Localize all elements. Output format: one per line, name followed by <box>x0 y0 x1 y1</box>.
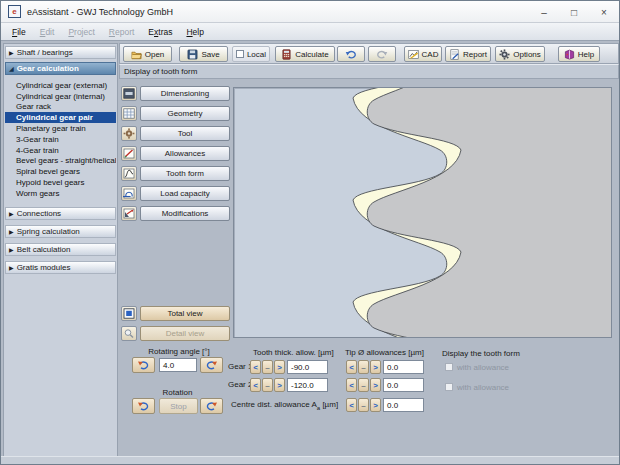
geometry-icon-button[interactable] <box>121 106 137 121</box>
menu-edit: Edit <box>33 25 62 39</box>
menu-file[interactable]: File <box>5 25 33 39</box>
sidebar-item-cylindrical-gear-external[interactable]: Cylindrical gear (external) <box>5 80 116 91</box>
load-capacity-button[interactable]: Load capacity <box>140 186 230 201</box>
tool-icon-button[interactable] <box>121 126 137 141</box>
menu-help[interactable]: Help <box>179 25 210 39</box>
sidebar-item-cylindrical-gear-internal[interactable]: Cylindrical gear (internal) <box>5 91 116 102</box>
modifications-button[interactable]: Modifications <box>140 206 230 221</box>
redo-button <box>368 46 396 62</box>
chevron-expanded-icon: ◢ <box>9 65 14 72</box>
modifications-icon-button[interactable] <box>121 206 137 221</box>
gear2-tip-decrement[interactable]: < <box>346 378 357 392</box>
tooth-form-canvas[interactable] <box>233 87 612 338</box>
chevron-right-icon: ▶ <box>9 264 14 271</box>
gear1-tip-reset[interactable]: – <box>358 360 369 374</box>
gear1-thick-increment[interactable]: > <box>274 360 285 374</box>
sidebar-header-gratis-modules[interactable]: ▶Gratis modules <box>5 261 116 274</box>
load-capacity-icon-button[interactable] <box>121 186 137 201</box>
local-checkbox[interactable] <box>236 50 244 58</box>
calculate-button[interactable]: Calculate <box>275 46 335 62</box>
open-button[interactable]: Open <box>123 46 172 62</box>
sidebar-item-bevel-gears[interactable]: Bevel gears - straight/helical <box>5 156 116 167</box>
save-button[interactable]: Save <box>179 46 228 62</box>
menu-bar: File Edit Project Report Extras Help <box>1 23 619 41</box>
rotation-label: Rotation <box>132 388 223 397</box>
maximize-button[interactable]: □ <box>559 1 589 23</box>
rotate-right-button[interactable] <box>200 357 223 373</box>
gear2-thick-increment[interactable]: > <box>274 378 285 392</box>
with-allowance-label-2: with allowance <box>457 383 509 392</box>
sidebar-item-planetary-gear-train[interactable]: Planetary gear train <box>5 123 116 134</box>
sidebar-item-hypoid-bevel-gears[interactable]: Hypoid bevel gears <box>5 177 116 188</box>
report-button[interactable]: Report <box>445 46 491 62</box>
cad-drawing-icon <box>408 49 419 60</box>
rotation-ccw-button[interactable] <box>132 398 155 414</box>
gear2-thick-decrement[interactable]: < <box>250 378 261 392</box>
local-checkbox-control[interactable]: Local <box>232 46 270 62</box>
gear2-thick-reset[interactable]: – <box>262 378 273 392</box>
sidebar-header-belt-calculation[interactable]: ▶Belt calculation <box>5 243 116 256</box>
rotate-ccw-icon <box>137 400 150 412</box>
total-view-icon-button[interactable] <box>121 306 137 321</box>
rotate-left-button[interactable] <box>132 357 155 373</box>
gear1-tip-input[interactable]: 0.0 <box>383 360 424 374</box>
sidebar-header-shaft-bearings[interactable]: ▶Shaft / bearings <box>5 46 116 59</box>
gear1-thick-decrement[interactable]: < <box>250 360 261 374</box>
tooth-form-icon-button[interactable] <box>121 166 137 181</box>
gear2-tooth-form-gray <box>367 88 611 337</box>
rotation-cw-button[interactable] <box>200 398 223 414</box>
chevron-right-icon: ▶ <box>9 246 14 253</box>
gear1-thick-reset[interactable]: – <box>262 360 273 374</box>
sidebar-item-4-gear-train[interactable]: 4-Gear train <box>5 145 116 156</box>
tooth-form-curve-icon <box>123 168 135 179</box>
sidebar-header-connections[interactable]: ▶Connections <box>5 207 116 220</box>
detail-view-button: Detail view <box>140 326 230 341</box>
sidebar-item-3-gear-train[interactable]: 3-Gear train <box>5 134 116 145</box>
gear1-tip-increment[interactable]: > <box>370 360 381 374</box>
menu-extras[interactable]: Extras <box>141 25 179 39</box>
gear2-thick-input[interactable]: -120.0 <box>287 378 328 392</box>
centre-allowance-decrement[interactable]: < <box>346 398 357 412</box>
rotate-cw-icon <box>205 359 218 371</box>
geometry-button[interactable]: Geometry <box>140 106 230 121</box>
tooth-form-button[interactable]: Tooth form <box>140 166 230 181</box>
display-bar: Display of tooth form <box>119 64 619 79</box>
gear1-label: Gear 1 <box>228 362 252 371</box>
rotating-angle-input[interactable]: 4.0 <box>159 358 197 372</box>
centre-allowance-reset[interactable]: – <box>358 398 369 412</box>
gear2-tip-increment[interactable]: > <box>370 378 381 392</box>
total-view-button[interactable]: Total view <box>140 306 230 321</box>
rotate-cw-icon <box>205 400 218 412</box>
sidebar-header-gear-calculation[interactable]: ◢Gear calculation <box>5 62 116 75</box>
cad-button[interactable]: CAD <box>404 46 442 62</box>
options-button[interactable]: Options <box>495 46 545 62</box>
rotate-ccw-icon <box>137 359 150 371</box>
with-allowance-checkbox-2 <box>445 383 453 391</box>
gear2-tip-reset[interactable]: – <box>358 378 369 392</box>
allowances-button[interactable]: Allowances <box>140 146 230 161</box>
centre-allowance-input[interactable]: 0.0 <box>383 398 424 412</box>
dimensioning-icon-button[interactable] <box>121 86 137 101</box>
tool-button[interactable]: Tool <box>140 126 230 141</box>
help-button[interactable]: Help <box>558 46 600 62</box>
dimensioning-button[interactable]: Dimensioning <box>140 86 230 101</box>
sidebar-item-gear-rack[interactable]: Gear rack <box>5 102 116 113</box>
undo-button[interactable] <box>337 46 365 62</box>
sidebar-header-spring-calculation[interactable]: ▶Spring calculation <box>5 225 116 238</box>
gear2-tip-input[interactable]: 0.0 <box>383 378 424 392</box>
allowances-icon-button[interactable] <box>121 146 137 161</box>
sidebar-item-worm-gears[interactable]: Worm gears <box>5 188 116 199</box>
gear1-tip-decrement[interactable]: < <box>346 360 357 374</box>
centre-allowance-increment[interactable]: > <box>370 398 381 412</box>
close-button[interactable]: × <box>589 1 619 23</box>
sidebar-item-spiral-bevel-gears[interactable]: Spiral bevel gears <box>5 166 116 177</box>
sidebar-item-cylindrical-gear-pair[interactable]: Cylindrical gear pair <box>5 112 116 123</box>
window-title: eAssistant - GWJ Technology GmbH <box>27 7 173 17</box>
total-view-icon <box>123 308 135 319</box>
gear1-thick-input[interactable]: -90.0 <box>287 360 328 374</box>
chevron-right-icon: ▶ <box>9 49 14 56</box>
open-folder-icon <box>131 49 142 60</box>
minimize-button[interactable]: – <box>529 1 559 23</box>
rotating-angle-label: Rotating angle [°] <box>131 347 227 356</box>
module-tree: ▶Shaft / bearings ◢Gear calculation Cyli… <box>3 43 118 459</box>
